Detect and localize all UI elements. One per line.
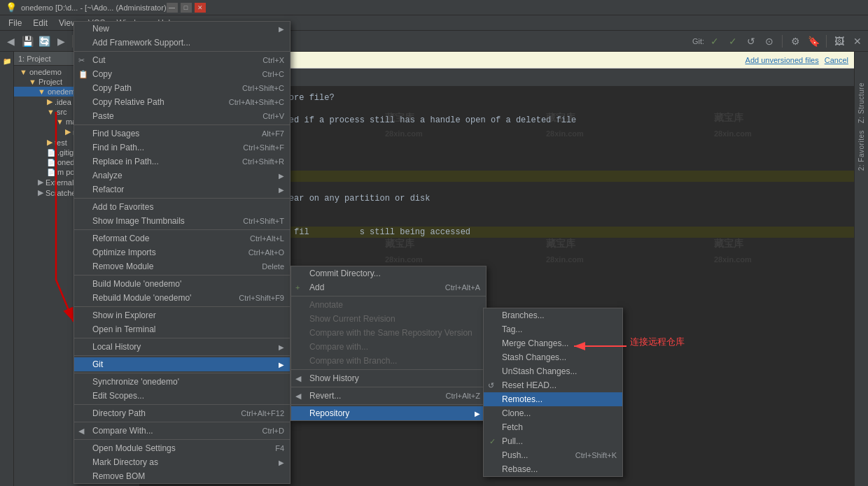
git-show-history[interactable]: ◀ Show History — [291, 371, 486, 385]
ctx-new[interactable]: New ▶ — [74, 22, 290, 36]
ctx-build-module[interactable]: Build Module 'onedemo' — [74, 277, 290, 291]
repo-push[interactable]: Push... Ctrl+Shift+K — [484, 448, 622, 462]
git-refresh[interactable]: ↺ — [743, 34, 759, 49]
ctx-arrow-icon: ▶ — [279, 361, 284, 369]
git-check1[interactable]: ✓ — [707, 34, 722, 49]
ctx-edit-scopes[interactable]: Edit Scopes... — [74, 389, 290, 403]
right-panel-favorites[interactable]: 2: Favorites — [856, 127, 867, 173]
ctx-open-terminal[interactable]: Open in Terminal — [74, 322, 290, 336]
sync-button[interactable]: 🔄 — [36, 34, 52, 49]
git-image[interactable]: 🖼 — [832, 34, 847, 49]
git-repository[interactable]: Repository ▶ — [291, 406, 486, 420]
ctx-copy-relative-path[interactable]: Copy Relative Path Ctrl+Alt+Shift+C — [74, 95, 290, 109]
cancel-link[interactable]: Cancel — [825, 56, 848, 64]
ctx-label: Stash Changes... — [502, 352, 566, 362]
ctx-label: Tag... — [502, 324, 522, 334]
ctx-label: Find in Path... — [92, 143, 144, 152]
library-icon: ▶ — [38, 178, 43, 187]
ctx-label: Reset HEAD... — [502, 380, 556, 390]
repo-fetch[interactable]: Fetch — [484, 420, 622, 434]
ctx-add-framework[interactable]: Add Framework Support... — [74, 36, 290, 50]
git-settings[interactable]: ⚙ — [788, 34, 803, 49]
menu-edit[interactable]: Edit — [27, 17, 53, 29]
close-button[interactable]: ✕ — [195, 3, 206, 13]
repo-rebase[interactable]: Rebase... — [484, 462, 622, 476]
git-show-revision: Show Current Revision — [291, 312, 486, 326]
ctx-arrow-icon: ▶ — [279, 459, 284, 466]
ctx-directory-path[interactable]: Directory Path Ctrl+Alt+F12 — [74, 406, 290, 420]
folder-icon: ▼ — [47, 108, 55, 116]
repo-clone[interactable]: Clone... — [484, 406, 622, 420]
ctx-reformat-code[interactable]: Reformat Code Ctrl+Alt+L — [74, 231, 290, 245]
ctx-label: UnStash Changes... — [502, 366, 577, 376]
ctx-module-settings[interactable]: Open Module Settings F4 — [74, 441, 290, 455]
ctx-copy-path[interactable]: Copy Path Ctrl+Shift+C — [74, 81, 290, 95]
repo-stash[interactable]: Stash Changes... — [484, 350, 622, 364]
check-icon: ✓ — [489, 437, 496, 446]
ctx-label: Show Image Thumbnails — [92, 216, 185, 226]
ctx-compare-with[interactable]: ◀ Compare With... Ctrl+D — [74, 424, 290, 438]
ctx-shortcut: Delete — [262, 262, 284, 271]
minimize-button[interactable]: — — [167, 3, 178, 13]
ctx-shortcut: Ctrl+V — [262, 112, 284, 120]
repo-tag[interactable]: Tag... — [484, 322, 622, 336]
side-icons-left: 📁 — [0, 52, 14, 486]
ctx-remove-module[interactable]: Remove Module Delete — [74, 259, 290, 273]
ctx-separator — [74, 355, 290, 356]
ctx-local-history[interactable]: Local History ▶ — [74, 340, 290, 354]
git-check2[interactable]: ✓ — [725, 34, 741, 49]
git-diff[interactable]: ⊙ — [762, 34, 777, 49]
ctx-analyze[interactable]: Analyze ▶ — [74, 169, 290, 183]
forward-button[interactable]: ▶ — [53, 34, 69, 49]
menu-file[interactable]: File — [3, 17, 27, 29]
ctx-mark-directory[interactable]: Mark Directory as ▶ — [74, 455, 290, 469]
back-button[interactable]: ◀ — [3, 34, 18, 49]
ctx-copy[interactable]: 📋 Copy Ctrl+C — [74, 67, 290, 81]
ctx-show-explorer[interactable]: Show in Explorer — [74, 308, 290, 322]
ctx-remove-bom[interactable]: Remove BOM — [74, 469, 290, 483]
ctx-shortcut: Ctrl+X — [262, 56, 284, 64]
right-panel-structure[interactable]: Z: Structure — [856, 80, 867, 126]
maximize-button[interactable]: □ — [181, 3, 192, 13]
ctx-refactor[interactable]: Refactor ▶ — [74, 183, 290, 196]
git-add[interactable]: + Add Ctrl+Alt+A — [291, 280, 486, 294]
ctx-separator — [74, 306, 290, 307]
ctx-add-favorites[interactable]: Add to Favorites — [74, 200, 290, 214]
repo-branches[interactable]: Branches... — [484, 308, 622, 322]
git-revert[interactable]: ◀ Revert... Ctrl+Alt+Z — [291, 389, 486, 403]
git-bookmark[interactable]: 🔖 — [806, 34, 821, 49]
ctx-shortcut: Alt+F7 — [262, 129, 284, 138]
repo-merge[interactable]: Merge Changes... — [484, 336, 622, 350]
ctx-git[interactable]: Git ▶ — [74, 357, 290, 371]
repo-remotes[interactable]: Remotes... — [484, 392, 622, 406]
git-commit-directory[interactable]: Commit Directory... — [291, 266, 486, 280]
ctx-shortcut: Ctrl+Alt+Z — [445, 392, 480, 400]
ctx-replace-in-path[interactable]: Replace in Path... Ctrl+Shift+R — [74, 155, 290, 169]
ctx-rebuild-module[interactable]: Rebuild Module 'onedemo' Ctrl+Shift+F9 — [74, 291, 290, 305]
folder-icon: ▶ — [47, 138, 52, 147]
save-button[interactable]: 💾 — [20, 34, 35, 49]
git-compare-with: Compare with... — [291, 340, 486, 354]
repo-reset-head[interactable]: ↺ Reset HEAD... — [484, 378, 622, 392]
add-unversioned-link[interactable]: Add unversioned files — [746, 56, 819, 64]
ctx-arrow-icon: ▶ — [279, 186, 284, 194]
ctx-label: Revert... — [309, 391, 341, 401]
revert-icon: ◀ — [295, 392, 301, 401]
ctx-separator — [74, 422, 290, 422]
git-close[interactable]: ✕ — [850, 34, 865, 49]
ctx-label: Build Module 'onedemo' — [92, 279, 181, 289]
repo-unstash[interactable]: UnStash Changes... — [484, 364, 622, 378]
ctx-find-usages[interactable]: Find Usages Alt+F7 — [74, 127, 290, 141]
ctx-paste[interactable]: Paste Ctrl+V — [74, 109, 290, 123]
ctx-label: Local History — [92, 342, 141, 352]
ctx-sync[interactable]: Synchronize 'onedemo' — [74, 375, 290, 389]
scratch-icon: ▶ — [38, 188, 43, 197]
ctx-show-image[interactable]: Show Image Thumbnails Ctrl+Shift+T — [74, 214, 290, 228]
ctx-find-in-path[interactable]: Find in Path... Ctrl+Shift+F — [74, 141, 290, 155]
ctx-optimize-imports[interactable]: Optimize Imports Ctrl+Alt+O — [74, 245, 290, 259]
copy-icon: 📋 — [78, 70, 88, 79]
side-icon-project[interactable]: 📁 — [1, 55, 13, 67]
tree-item-label: src — [57, 108, 67, 116]
repo-pull[interactable]: ✓ Pull... — [484, 434, 622, 448]
ctx-cut[interactable]: ✂ Cut Ctrl+X — [74, 53, 290, 67]
